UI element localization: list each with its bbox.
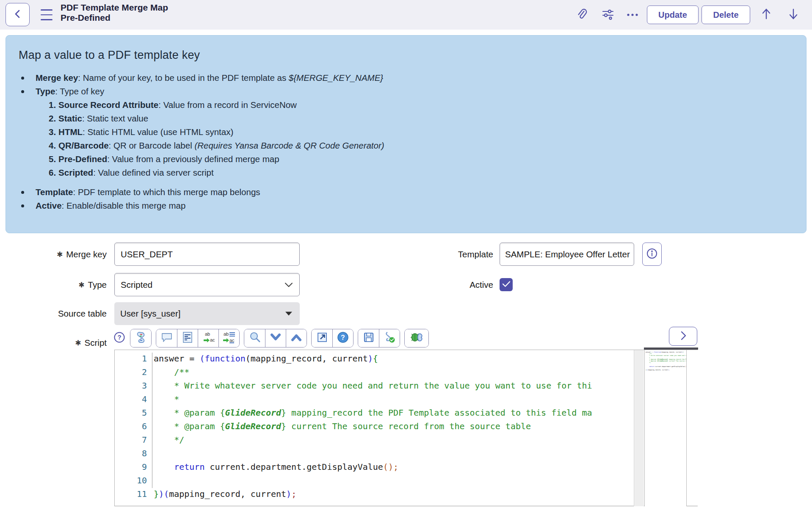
bug-icon — [409, 331, 424, 345]
svg-text:ab: ab — [205, 331, 210, 336]
info-heading: Map a value to a PDF template key — [19, 48, 793, 62]
code-lines[interactable]: answer = (function(mapping_record, curre… — [154, 352, 634, 501]
script-field-group — [130, 329, 152, 348]
type-value: Scripted — [121, 280, 152, 290]
bullet-icon — [21, 204, 24, 207]
popout-icon — [317, 332, 328, 345]
page-title-line2: Pre-Defined — [61, 13, 168, 23]
window-group: ? — [311, 329, 354, 348]
replace-all-button[interactable]: abac — [218, 329, 239, 347]
help-filled-icon: ? — [337, 331, 349, 345]
update-button-label: Update — [658, 10, 687, 20]
page-title-line1: PDF Template Merge Map — [61, 3, 168, 13]
editor-minimap[interactable]: answer = (function(mapping_record, curre… — [644, 350, 687, 506]
editor-vertical-scrollbar[interactable] — [634, 350, 644, 506]
info-sub-item-6: 6.Scripted: Value defined via server scr… — [19, 166, 793, 179]
back-button[interactable] — [6, 3, 30, 26]
info-icon — [646, 248, 658, 261]
form-header: PDF Template Merge Map Pre-Defined — [0, 0, 812, 30]
svg-text:?: ? — [341, 334, 345, 341]
chevron-down-bold-icon — [270, 333, 282, 343]
replace-all-icon: abac — [222, 331, 236, 345]
find-next-button[interactable] — [265, 329, 286, 347]
expand-editor-button[interactable] — [669, 327, 697, 346]
validate-script-button[interactable] — [379, 329, 400, 347]
scroll-up-button[interactable] — [759, 7, 774, 22]
svg-text:ac: ac — [229, 338, 235, 343]
save-group — [358, 329, 400, 348]
scroll-down-button[interactable] — [786, 7, 801, 22]
script-editor: 1234567891011 answer = (function(mapping… — [114, 350, 698, 506]
more-options-button[interactable] — [625, 7, 640, 22]
magnifier-icon — [249, 331, 261, 345]
paperclip-icon — [576, 8, 588, 22]
personalize-form-button[interactable] — [600, 7, 616, 22]
template-label: Template — [381, 243, 493, 266]
arrow-down-icon — [787, 7, 800, 23]
update-button[interactable]: Update — [647, 6, 699, 24]
source-table-select[interactable]: User [sys_user] — [114, 302, 300, 325]
format-document-icon — [182, 331, 193, 345]
merge-key-value: USER_DEPT — [121, 249, 173, 259]
info-bullet-type: Type: Type of key — [19, 85, 793, 98]
toggle-comment-button[interactable] — [156, 329, 177, 347]
attachment-button[interactable] — [574, 7, 589, 22]
info-bullet-template: Template: PDF template to which this mer… — [19, 185, 793, 199]
info-message: Map a value to a PDF template key Merge … — [6, 35, 806, 233]
script-check-icon — [383, 331, 396, 345]
info-sub-item-5: 5.Pre-Defined: Value from a previously d… — [19, 152, 793, 166]
required-icon: ✱ — [75, 339, 81, 347]
debug-button[interactable] — [405, 329, 428, 347]
svg-text:ab: ab — [224, 331, 229, 336]
floppy-disk-icon — [363, 332, 374, 345]
editor-help-button[interactable]: ? — [332, 329, 353, 347]
type-label: ✱Type — [0, 273, 107, 297]
source-table-label: Source table — [0, 302, 107, 325]
minimap-content: answer = (function(mapping_record, curre… — [646, 351, 685, 371]
context-menu-icon[interactable] — [41, 9, 52, 20]
editor-scroll-handle[interactable] — [644, 348, 698, 350]
checkmark-icon — [502, 281, 511, 289]
info-bullet-merge-key: Merge key: Name of your key, to be used … — [19, 71, 793, 85]
required-icon: ✱ — [78, 281, 84, 289]
triangle-down-icon — [285, 312, 292, 316]
info-bullet-active: Active: Enable/disable this merge map — [19, 199, 793, 212]
bullet-icon — [21, 191, 24, 194]
search-button[interactable] — [244, 329, 265, 347]
ellipsis-icon — [626, 11, 639, 19]
replace-button[interactable]: abac — [198, 329, 218, 347]
comment-bubble-icon — [161, 332, 173, 345]
merge-key-label: ✱Merge key — [0, 243, 107, 267]
open-in-new-window-button[interactable] — [312, 329, 332, 347]
script-label: ✱Script — [0, 334, 107, 352]
active-label: Active — [381, 273, 493, 296]
template-preview-button[interactable] — [642, 243, 662, 266]
template-reference-field: SAMPLE: Employee Offer Letter — [500, 243, 634, 266]
help-circle-icon: ? — [113, 331, 125, 345]
arrow-up-icon — [760, 7, 773, 23]
gutter: 1234567891011 — [115, 352, 147, 501]
edit-group: abac abac — [156, 329, 240, 348]
script-icon — [135, 331, 147, 345]
save-button[interactable] — [358, 329, 379, 347]
script-field-button[interactable] — [130, 329, 151, 347]
template-input[interactable]: SAMPLE: Employee Offer Letter — [500, 243, 634, 265]
page-title: PDF Template Merge Map Pre-Defined — [61, 3, 168, 23]
active-checkbox[interactable] — [500, 278, 513, 291]
svg-text:ac: ac — [210, 337, 215, 342]
bullet-icon — [21, 77, 24, 80]
svg-text:?: ? — [117, 334, 121, 341]
type-select[interactable]: Scripted — [114, 273, 300, 296]
source-table-value: User [sys_user] — [120, 309, 180, 319]
template-value: SAMPLE: Employee Offer Letter — [505, 249, 630, 259]
debug-group — [404, 329, 429, 348]
field-help-button[interactable]: ? — [113, 332, 126, 345]
delete-button[interactable]: Delete — [702, 6, 750, 24]
find-previous-button[interactable] — [286, 329, 307, 347]
sliders-icon — [602, 8, 614, 22]
search-group — [244, 329, 307, 348]
info-sub-item-1: 1.Source Record Attribute: Value from a … — [19, 98, 793, 112]
format-code-button[interactable] — [177, 329, 198, 347]
merge-key-input[interactable]: USER_DEPT — [114, 243, 300, 266]
required-icon: ✱ — [57, 251, 63, 259]
